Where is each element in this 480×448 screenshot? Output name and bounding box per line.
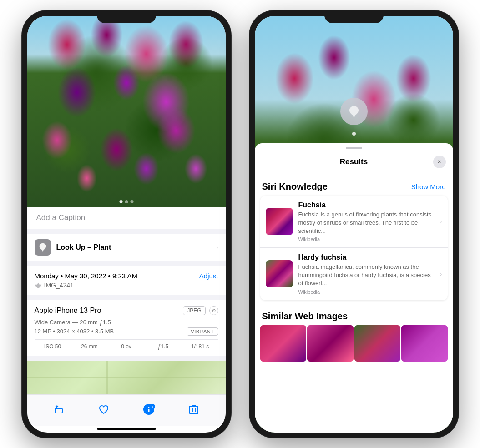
- page-indicator-left: [119, 200, 133, 203]
- map-section[interactable]: [27, 361, 226, 394]
- show-more-button[interactable]: Show More: [411, 183, 446, 191]
- results-header: Results ×: [255, 153, 453, 174]
- web-images-section: Similar Web Images: [255, 304, 453, 367]
- share-button[interactable]: [50, 400, 68, 418]
- phone-notch-left: [97, 10, 156, 23]
- caption-placeholder[interactable]: Add a Caption: [36, 213, 86, 222]
- svg-rect-3: [148, 409, 150, 412]
- close-button[interactable]: ×: [433, 156, 446, 168]
- web-images-grid: [255, 325, 453, 362]
- phone-screen-left: Add a Caption Look Up – Plant › Monday •…: [27, 16, 226, 433]
- info-panel: Add a Caption Look Up – Plant › Monday •…: [27, 207, 226, 394]
- knowledge-desc-hardy: Fuchsia magellanica, commonly known as t…: [298, 263, 435, 288]
- web-image-3[interactable]: [354, 325, 401, 362]
- filename-text: IMG_4241: [44, 282, 74, 289]
- device-badges: JPEG ⊙: [183, 306, 218, 315]
- knowledge-thumb-hardy: [266, 260, 293, 287]
- format-badge: JPEG: [183, 306, 205, 315]
- flower-photo-right[interactable]: Results × Siri Knowledge Show More: [255, 16, 453, 433]
- caption-area: Add a Caption: [27, 207, 226, 229]
- exif-aperture: ƒ1.5: [145, 343, 182, 350]
- sheet-handle: [346, 147, 362, 149]
- home-indicator-left: [97, 428, 156, 430]
- knowledge-source-hardy: Wikipedia: [298, 289, 435, 295]
- results-content: Siri Knowledge Show More Fuchsia Fuchsia…: [255, 174, 453, 433]
- knowledge-item-fuchsia[interactable]: Fuchsia Fuchsia is a genus of flowering …: [260, 196, 448, 248]
- like-button[interactable]: [95, 400, 113, 418]
- bottom-toolbar: i: [27, 394, 226, 426]
- map-road-v: [106, 361, 108, 394]
- knowledge-item-hardy[interactable]: Hardy fuchsia Fuchsia magellanica, commo…: [260, 248, 448, 300]
- web-image-1[interactable]: [260, 325, 307, 362]
- camera-settings-icon[interactable]: ⊙: [209, 306, 218, 315]
- camera-specs: Wide Camera — 26 mm ƒ1.5: [35, 319, 218, 326]
- web-image-2[interactable]: [307, 325, 354, 362]
- knowledge-name-fuchsia: Fuchsia: [298, 201, 435, 209]
- right-phone: Results × Siri Knowledge Show More: [249, 10, 459, 438]
- lookup-dot: [352, 132, 356, 136]
- svg-rect-6: [190, 406, 198, 414]
- device-name: Apple iPhone 13 Pro: [35, 307, 101, 315]
- visual-lookup-bubble[interactable]: [340, 98, 368, 125]
- resolution-row: 12 MP • 3024 × 4032 • 3.5 MB VIBRANT: [35, 327, 218, 336]
- results-sheet: Results × Siri Knowledge Show More: [255, 143, 453, 433]
- delete-button[interactable]: [185, 400, 203, 418]
- page-dot: [119, 200, 122, 203]
- svg-point-2: [148, 407, 150, 408]
- resolution-text: 12 MP • 3024 × 4032 • 3.5 MB: [35, 328, 114, 335]
- fuchsia-chevron: ›: [440, 218, 442, 225]
- knowledge-name-hardy: Hardy fuchsia: [298, 253, 435, 262]
- lookup-row[interactable]: Look Up – Plant ›: [27, 234, 226, 261]
- meta-date-row: Monday • May 30, 2022 • 9:23 AM Adjust: [35, 272, 218, 280]
- exif-iso: ISO 50: [35, 343, 71, 350]
- web-images-title: Similar Web Images: [262, 311, 348, 322]
- lookup-icon: [35, 239, 51, 256]
- vibrant-badge: VIBRANT: [187, 327, 218, 336]
- meta-date: Monday • May 30, 2022 • 9:23 AM: [35, 272, 137, 280]
- device-section: Apple iPhone 13 Pro JPEG ⊙ Wide Camera —…: [27, 300, 226, 356]
- page-dot: [125, 200, 128, 203]
- knowledge-card: Fuchsia Fuchsia is a genus of flowering …: [260, 196, 448, 300]
- knowledge-desc-fuchsia: Fuchsia is a genus of flowering plants t…: [298, 211, 435, 236]
- web-image-4[interactable]: [401, 325, 448, 362]
- knowledge-info-hardy: Hardy fuchsia Fuchsia magellanica, commo…: [298, 253, 435, 295]
- exif-focal: 26 mm: [71, 343, 108, 350]
- metadata-section: Monday • May 30, 2022 • 9:23 AM Adjust I…: [27, 266, 226, 295]
- phone-notch-right: [324, 10, 384, 23]
- hardy-chevron: ›: [440, 270, 442, 277]
- knowledge-info-fuchsia: Fuchsia Fuchsia is a genus of flowering …: [298, 201, 435, 242]
- exif-row: ISO 50 26 mm 0 ev ƒ1.5 1/181 s: [35, 339, 218, 350]
- left-phone: Add a Caption Look Up – Plant › Monday •…: [22, 10, 231, 438]
- phone-screen-right: Results × Siri Knowledge Show More: [255, 16, 453, 433]
- lookup-label: Look Up – Plant: [56, 243, 111, 252]
- flower-photo-left[interactable]: [27, 16, 226, 207]
- svg-rect-0: [55, 408, 62, 413]
- knowledge-source-fuchsia: Wikipedia: [298, 237, 435, 242]
- lookup-label-regular: Plant: [91, 243, 111, 251]
- svg-text:i: i: [152, 405, 153, 409]
- siri-knowledge-title: Siri Knowledge: [262, 181, 328, 192]
- lookup-chevron: ›: [216, 244, 218, 251]
- siri-knowledge-header: Siri Knowledge Show More: [255, 174, 453, 196]
- lookup-label-bold: Look Up –: [56, 243, 91, 251]
- map-road-h: [27, 377, 226, 378]
- meta-filename: IMG_4241: [35, 282, 218, 289]
- web-images-header: Similar Web Images: [255, 304, 453, 325]
- adjust-button[interactable]: Adjust: [199, 272, 218, 280]
- device-row: Apple iPhone 13 Pro JPEG ⊙: [35, 306, 218, 315]
- knowledge-thumb-fuchsia: [266, 208, 293, 235]
- exif-ev: 0 ev: [108, 343, 145, 350]
- map-background: [27, 361, 226, 394]
- info-button[interactable]: i: [140, 400, 158, 418]
- page-dot: [130, 200, 133, 203]
- exif-shutter: 1/181 s: [182, 343, 218, 350]
- results-title: Results: [275, 157, 433, 166]
